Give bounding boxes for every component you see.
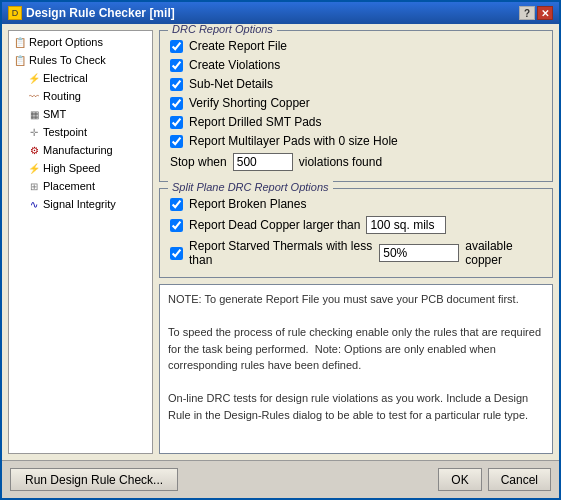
- stop-label: Stop when: [170, 155, 227, 169]
- report-drilled-label: Report Drilled SMT Pads: [189, 115, 322, 129]
- signal-integrity-icon: ∿: [27, 197, 41, 211]
- dead-copper-label: Report Dead Copper larger than: [189, 218, 360, 232]
- sidebar-item-report-options[interactable]: 📋 Report Options: [9, 33, 152, 51]
- report-multilayer-row: Report Multilayer Pads with 0 size Hole: [170, 134, 542, 148]
- testpoint-icon: ✛: [27, 125, 41, 139]
- sidebar-label-placement: Placement: [43, 180, 95, 192]
- broken-planes-label: Report Broken Planes: [189, 197, 306, 211]
- main-window: D Design Rule Checker [mil] ? ✕ 📋 Report…: [0, 0, 561, 500]
- note-box: NOTE: To generate Report File you must s…: [159, 284, 553, 454]
- stop-input[interactable]: [233, 153, 293, 171]
- starved-thermals-input[interactable]: [379, 244, 459, 262]
- broken-planes-row: Report Broken Planes: [170, 197, 542, 211]
- left-panel: 📋 Report Options 📋 Rules To Check ⚡ Elec…: [8, 30, 153, 454]
- sidebar-item-smt[interactable]: ▦ SMT: [9, 105, 152, 123]
- cancel-button[interactable]: Cancel: [488, 468, 551, 491]
- placement-icon: ⊞: [27, 179, 41, 193]
- content-area: 📋 Report Options 📋 Rules To Check ⚡ Elec…: [2, 24, 559, 460]
- subnet-details-row: Sub-Net Details: [170, 77, 542, 91]
- sidebar-item-routing[interactable]: 〰 Routing: [9, 87, 152, 105]
- dead-copper-row: Report Dead Copper larger than: [170, 216, 542, 234]
- report-multilayer-checkbox[interactable]: [170, 135, 183, 148]
- create-report-checkbox[interactable]: [170, 40, 183, 53]
- report-drilled-row: Report Drilled SMT Pads: [170, 115, 542, 129]
- sidebar-label-routing: Routing: [43, 90, 81, 102]
- split-group-box: Split Plane DRC Report Options Report Br…: [159, 188, 553, 278]
- starved-thermals-row: Report Starved Thermals with less than a…: [170, 239, 542, 267]
- report-multilayer-label: Report Multilayer Pads with 0 size Hole: [189, 134, 398, 148]
- verify-shorting-row: Verify Shorting Copper: [170, 96, 542, 110]
- create-violations-row: Create Violations: [170, 58, 542, 72]
- starved-thermals-checkbox[interactable]: [170, 247, 183, 260]
- available-copper-label: available copper: [465, 239, 542, 267]
- sidebar-label-signal-integrity: Signal Integrity: [43, 198, 116, 210]
- drc-group-title: DRC Report Options: [168, 24, 277, 35]
- subnet-details-checkbox[interactable]: [170, 78, 183, 91]
- sidebar-label-smt: SMT: [43, 108, 66, 120]
- stop-suffix: violations found: [299, 155, 382, 169]
- sidebar-label-high-speed: High Speed: [43, 162, 101, 174]
- right-panel: DRC Report Options Create Report File Cr…: [159, 30, 553, 454]
- title-bar: D Design Rule Checker [mil] ? ✕: [2, 2, 559, 24]
- broken-planes-checkbox[interactable]: [170, 198, 183, 211]
- create-violations-checkbox[interactable]: [170, 59, 183, 72]
- sidebar-label-testpoint: Testpoint: [43, 126, 87, 138]
- sidebar-item-high-speed[interactable]: ⚡ High Speed: [9, 159, 152, 177]
- smt-icon: ▦: [27, 107, 41, 121]
- sidebar-item-signal-integrity[interactable]: ∿ Signal Integrity: [9, 195, 152, 213]
- help-button[interactable]: ?: [519, 6, 535, 20]
- report-drilled-checkbox[interactable]: [170, 116, 183, 129]
- rules-icon: 📋: [13, 53, 27, 67]
- close-button[interactable]: ✕: [537, 6, 553, 20]
- dead-copper-checkbox[interactable]: [170, 219, 183, 232]
- create-report-row: Create Report File: [170, 39, 542, 53]
- sidebar-label-rules: Rules To Check: [29, 54, 106, 66]
- drc-group-box: DRC Report Options Create Report File Cr…: [159, 30, 553, 182]
- stop-row: Stop when violations found: [170, 153, 542, 171]
- sidebar-item-placement[interactable]: ⊞ Placement: [9, 177, 152, 195]
- verify-shorting-label: Verify Shorting Copper: [189, 96, 310, 110]
- sidebar-item-manufacturing[interactable]: ⚙ Manufacturing: [9, 141, 152, 159]
- starved-thermals-label: Report Starved Thermals with less than: [189, 239, 373, 267]
- sidebar-label-electrical: Electrical: [43, 72, 88, 84]
- run-design-rule-check-button[interactable]: Run Design Rule Check...: [10, 468, 178, 491]
- create-report-label: Create Report File: [189, 39, 287, 53]
- verify-shorting-checkbox[interactable]: [170, 97, 183, 110]
- split-group-title: Split Plane DRC Report Options: [168, 181, 333, 193]
- report-options-icon: 📋: [13, 35, 27, 49]
- bottom-bar: Run Design Rule Check... OK Cancel: [2, 460, 559, 498]
- sidebar-item-rules-to-check[interactable]: 📋 Rules To Check: [9, 51, 152, 69]
- routing-icon: 〰: [27, 89, 41, 103]
- sidebar-label-report-options: Report Options: [29, 36, 103, 48]
- dead-copper-input[interactable]: [366, 216, 446, 234]
- ok-button[interactable]: OK: [438, 468, 481, 491]
- sidebar-item-testpoint[interactable]: ✛ Testpoint: [9, 123, 152, 141]
- note-text: NOTE: To generate Report File you must s…: [168, 293, 541, 421]
- manufacturing-icon: ⚙: [27, 143, 41, 157]
- create-violations-label: Create Violations: [189, 58, 280, 72]
- subnet-details-label: Sub-Net Details: [189, 77, 273, 91]
- sidebar-label-manufacturing: Manufacturing: [43, 144, 113, 156]
- electrical-icon: ⚡: [27, 71, 41, 85]
- sidebar-item-electrical[interactable]: ⚡ Electrical: [9, 69, 152, 87]
- window-title: Design Rule Checker [mil]: [26, 6, 175, 20]
- window-icon: D: [8, 6, 22, 20]
- high-speed-icon: ⚡: [27, 161, 41, 175]
